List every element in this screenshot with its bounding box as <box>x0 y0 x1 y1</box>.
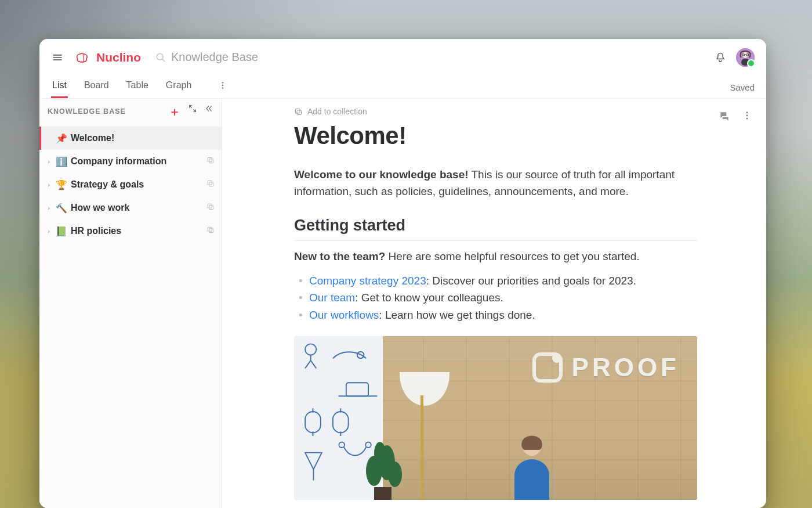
topbar: Nuclino Knowledge Base <box>39 39 766 75</box>
collection-icon <box>206 203 215 213</box>
sidebar-item-label: Strategy & goals <box>71 179 144 190</box>
sub-rest: Here are some helpful resources to get y… <box>385 250 639 262</box>
chevron-right-icon: › <box>45 228 52 235</box>
notifications-button[interactable] <box>710 48 730 67</box>
svg-point-19 <box>746 111 748 113</box>
view-more-button[interactable] <box>218 81 227 98</box>
svg-rect-23 <box>297 110 302 115</box>
svg-point-0 <box>157 53 163 60</box>
trophy-icon: 🏆 <box>56 179 67 190</box>
svg-rect-17 <box>208 227 212 231</box>
pin-icon: 📌 <box>56 133 67 144</box>
document: Add to collection Welcome! Welcome to ou… <box>222 99 766 500</box>
chevron-right-icon: › <box>45 158 52 165</box>
svg-rect-18 <box>209 229 213 233</box>
doc-toolbar <box>719 110 752 124</box>
svg-point-20 <box>746 115 748 117</box>
avatar-image <box>736 48 755 67</box>
doc-more-button[interactable] <box>742 110 752 124</box>
svg-rect-22 <box>296 109 300 113</box>
expand-button[interactable] <box>188 104 197 120</box>
brand[interactable]: Nuclino <box>75 51 141 64</box>
chevrons-left-icon <box>204 104 213 113</box>
svg-rect-13 <box>208 181 212 185</box>
kebab-icon <box>218 81 227 90</box>
comments-icon <box>719 110 730 122</box>
svg-point-31 <box>388 462 402 487</box>
workspace: KNOWLEDGE BASE ＋ 📌 <box>39 99 766 508</box>
intro-paragraph[interactable]: Welcome to our knowledge base! This is o… <box>294 166 688 200</box>
tab-graph[interactable]: Graph <box>165 80 193 98</box>
sidebar: KNOWLEDGE BASE ＋ 📌 <box>39 99 222 508</box>
tab-label: Graph <box>166 80 191 90</box>
svg-rect-16 <box>209 206 213 210</box>
view-bar: List Board Table Graph Saved <box>39 75 766 99</box>
content-area: Add to collection Welcome! Welcome to ou… <box>222 99 766 508</box>
section-getting-started[interactable]: Getting started <box>294 217 697 241</box>
collapse-sidebar-button[interactable] <box>204 104 213 120</box>
sidebar-item-how-we-work[interactable]: › 🔨 How we work <box>39 196 222 219</box>
hammer-icon: 🔨 <box>56 203 67 214</box>
sidebar-item-label: HR policies <box>71 226 121 236</box>
svg-rect-26 <box>346 383 368 396</box>
tab-table[interactable]: Table <box>125 80 150 98</box>
svg-rect-33 <box>374 487 392 500</box>
svg-point-10 <box>222 87 223 88</box>
tab-list[interactable]: List <box>51 80 68 98</box>
hero-sign-logo-icon <box>532 352 563 383</box>
info-icon: ℹ️ <box>56 156 67 167</box>
new-item-button[interactable]: ＋ <box>169 104 181 120</box>
comments-button[interactable] <box>719 110 730 124</box>
add-to-collection-label: Add to collection <box>307 107 367 116</box>
intro-bold: Welcome to our knowledge base! <box>294 168 469 181</box>
sidebar-item-label: Welcome! <box>71 133 114 143</box>
desktop-background: Nuclino Knowledge Base <box>0 0 812 508</box>
list-item[interactable]: Our team: Get to know your colleagues. <box>296 289 753 306</box>
sidebar-item-company-information[interactable]: › ℹ️ Company information <box>39 150 222 173</box>
svg-rect-4 <box>741 59 749 66</box>
svg-rect-15 <box>208 204 212 208</box>
add-to-collection-button[interactable]: Add to collection <box>294 107 367 116</box>
hamburger-menu-button[interactable] <box>48 48 67 67</box>
list-item-rest: : Get to know your colleagues. <box>355 291 503 304</box>
svg-point-32 <box>374 442 386 465</box>
sidebar-item-strategy-goals[interactable]: › 🏆 Strategy & goals <box>39 173 222 196</box>
search[interactable]: Knowledge Base <box>155 51 468 64</box>
list-item[interactable]: Our workflows: Learn how we get things d… <box>296 307 753 323</box>
list-item-rest: : Discover our priorities and goals for … <box>426 275 636 287</box>
collection-icon <box>206 156 215 167</box>
collection-icon <box>206 226 215 236</box>
link-our-team[interactable]: Our team <box>309 291 355 304</box>
svg-rect-12 <box>209 159 213 163</box>
tab-label: Board <box>84 80 109 90</box>
tab-board[interactable]: Board <box>83 80 110 98</box>
link-company-strategy[interactable]: Company strategy 2023 <box>309 275 426 287</box>
collection-icon <box>206 179 215 190</box>
search-placeholder: Knowledge Base <box>171 51 258 64</box>
expand-icon <box>188 104 197 113</box>
collection-outline-icon <box>294 107 303 116</box>
chevron-right-icon: › <box>45 204 52 211</box>
svg-point-24 <box>305 344 316 355</box>
hero-sign: PROOF <box>532 352 680 383</box>
svg-rect-14 <box>209 182 213 186</box>
sidebar-heading: KNOWLEDGE BASE <box>48 107 126 116</box>
chevron-right-icon: › <box>45 181 52 188</box>
list-item[interactable]: Company strategy 2023: Discover our prio… <box>296 272 753 289</box>
avatar[interactable] <box>736 48 755 67</box>
save-status: Saved <box>730 82 755 98</box>
search-icon <box>155 52 166 63</box>
sidebar-item-label: Company information <box>71 156 166 167</box>
bell-icon <box>715 52 726 63</box>
sidebar-item-welcome[interactable]: 📌 Welcome! <box>39 127 222 150</box>
book-icon: 📗 <box>56 226 67 237</box>
page-title[interactable]: Welcome! <box>294 122 753 150</box>
tab-label: Table <box>126 80 148 90</box>
sidebar-heading-row: KNOWLEDGE BASE ＋ <box>39 99 222 124</box>
section-sub[interactable]: New to the team? Here are some helpful r… <box>294 250 753 263</box>
hero-sign-text: PROOF <box>572 353 680 382</box>
svg-line-1 <box>162 59 165 62</box>
sidebar-item-hr-policies[interactable]: › 📗 HR policies <box>39 219 222 243</box>
brand-name: Nuclino <box>96 51 141 64</box>
link-our-workflows[interactable]: Our workflows <box>309 309 379 321</box>
